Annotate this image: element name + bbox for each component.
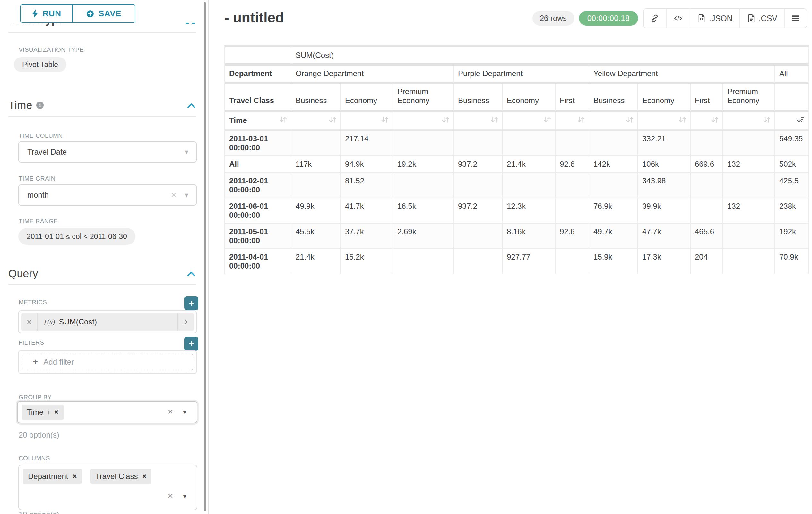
column-info-icon: i	[48, 409, 50, 416]
time-range-value[interactable]: 2011-01-01 ≤ col < 2011-06-30	[18, 228, 136, 245]
chart-title[interactable]: - untitled	[224, 10, 284, 26]
chevron-down-icon: ▾	[184, 147, 196, 157]
clear-icon[interactable]: ×	[168, 491, 173, 501]
pivot-row-dimension[interactable]: Time	[225, 112, 291, 131]
group-by-select[interactable]: Time i × × ▼	[17, 401, 197, 424]
pivot-value-cell: 94.9k	[341, 156, 393, 173]
visualization-type-label: VISUALIZATION TYPE	[19, 46, 84, 53]
pivot-sort-cell[interactable]	[502, 112, 556, 131]
pivot-value-cell: 192k	[775, 224, 809, 249]
pivot-value-cell: 15.2k	[341, 249, 393, 274]
pivot-sort-cell[interactable]	[393, 112, 454, 131]
sort-toggle-icon[interactable]	[577, 115, 585, 126]
pivot-sort-cell[interactable]	[341, 112, 393, 131]
pivot-value-cell: 117k	[291, 156, 341, 173]
pivot-value-cell: 92.6	[556, 224, 589, 249]
export-json-button[interactable]: .JSON	[690, 9, 740, 28]
pivot-group-header: All	[775, 65, 809, 84]
pivot-value-cell: 217.14	[341, 131, 393, 156]
sidebar-scrollbar[interactable]	[204, 2, 206, 511]
sort-toggle-icon[interactable]	[441, 115, 450, 126]
run-button[interactable]: RUN	[21, 5, 72, 22]
pivot-value-cell: 927.77	[502, 249, 556, 274]
chevron-right-icon	[182, 318, 190, 325]
add-filter-dropzone[interactable]: + Add filter	[22, 354, 193, 371]
sort-toggle-icon[interactable]	[490, 115, 499, 126]
sort-toggle-icon[interactable]	[328, 115, 337, 126]
query-section-header[interactable]: Query	[8, 267, 38, 280]
columns-chip-department[interactable]: Department ×	[23, 469, 82, 484]
sort-desc-icon[interactable]	[796, 115, 805, 126]
time-column-select[interactable]: Travel Date ▾	[18, 141, 197, 163]
sort-toggle-icon[interactable]	[626, 115, 634, 126]
sort-toggle-icon[interactable]	[381, 115, 389, 126]
pivot-sort-cell[interactable]	[723, 112, 775, 131]
pivot-value-cell	[589, 131, 638, 156]
pivot-sort-cell[interactable]	[291, 112, 341, 131]
remove-metric-icon[interactable]: ×	[21, 313, 38, 330]
clear-icon[interactable]: ×	[171, 190, 184, 200]
pivot-leaf-header: Business	[454, 84, 502, 112]
columns-select[interactable]: Department × Travel Class × × ▼	[18, 464, 197, 510]
time-grain-select[interactable]: month × ▾	[18, 184, 197, 206]
time-range-label: TIME RANGE	[19, 218, 58, 225]
add-metric-button[interactable]: +	[184, 296, 198, 310]
chevron-down-icon[interactable]: ▼	[182, 493, 188, 500]
pivot-leaf-header	[775, 84, 809, 112]
group-by-chip-time[interactable]: Time i ×	[22, 405, 63, 420]
pivot-value-cell: 37.7k	[341, 224, 393, 249]
pivot-row-label: 2011-02-01 00:00:00	[225, 173, 291, 198]
export-csv-button[interactable]: .CSV	[740, 9, 784, 28]
pivot-sort-cell[interactable]	[638, 112, 691, 131]
save-button-label: SAVE	[98, 9, 121, 19]
sort-toggle-icon[interactable]	[543, 115, 552, 126]
filters-field: + Add filter	[18, 350, 197, 374]
save-button[interactable]: SAVE	[72, 5, 135, 22]
collapse-chevron-icon[interactable]	[187, 102, 196, 109]
pivot-value-cell	[291, 173, 341, 198]
export-button-group: .JSON .CSV	[643, 8, 807, 28]
view-query-button[interactable]	[666, 9, 690, 28]
chevron-down-icon: ▾	[184, 190, 196, 199]
pivot-value-cell: 16.5k	[393, 198, 454, 224]
add-filter-button[interactable]: +	[184, 337, 198, 351]
copy-link-button[interactable]	[643, 9, 666, 28]
query-section-title: Query	[8, 267, 38, 280]
clear-icon[interactable]: ×	[168, 407, 173, 417]
file-csv-icon	[747, 14, 756, 23]
sort-toggle-icon[interactable]	[710, 115, 719, 126]
pivot-value-cell	[454, 249, 502, 274]
pivot-sort-cell[interactable]	[589, 112, 638, 131]
pivot-value-cell: 204	[691, 249, 723, 274]
chip-label: Travel Class	[95, 472, 138, 481]
pivot-leaf-header: Economy	[341, 84, 393, 112]
pivot-group-header: Orange Department	[291, 65, 454, 84]
remove-chip-icon[interactable]: ×	[54, 408, 58, 416]
visualization-type-value[interactable]: Pivot Table	[14, 57, 66, 72]
metric-pill[interactable]: × ƒ(x) SUM(Cost)	[21, 313, 194, 330]
expand-metric-icon[interactable]	[177, 313, 194, 330]
row-count-badge: 26 rows	[532, 11, 574, 26]
pivot-value-cell	[502, 173, 556, 198]
pivot-value-cell: 49.9k	[291, 198, 341, 224]
pivot-sort-cell[interactable]	[775, 112, 809, 131]
more-options-button[interactable]	[784, 9, 807, 28]
columns-label: COLUMNS	[19, 455, 50, 462]
sort-toggle-icon[interactable]	[279, 115, 288, 126]
pivot-sort-cell[interactable]	[454, 112, 502, 131]
sort-toggle-icon[interactable]	[762, 115, 771, 126]
pivot-sort-cell[interactable]	[691, 112, 723, 131]
pivot-leaf-header: Business	[589, 84, 638, 112]
pivot-value-cell: 81.52	[341, 173, 393, 198]
remove-chip-icon[interactable]: ×	[72, 472, 77, 481]
pivot-sort-cell[interactable]	[556, 112, 589, 131]
chevron-down-icon[interactable]: ▼	[182, 409, 188, 416]
time-section-header[interactable]: Time i	[8, 99, 44, 111]
sort-toggle-icon[interactable]	[678, 115, 687, 126]
columns-chip-travel-class[interactable]: Travel Class ×	[90, 469, 151, 484]
pivot-sub-dimension: Travel Class	[225, 84, 291, 112]
collapse-chevron-icon[interactable]	[187, 270, 196, 277]
remove-chip-icon[interactable]: ×	[142, 472, 146, 481]
pivot-row-label: All	[225, 156, 291, 173]
pivot-value-cell: 70.9k	[775, 249, 809, 274]
